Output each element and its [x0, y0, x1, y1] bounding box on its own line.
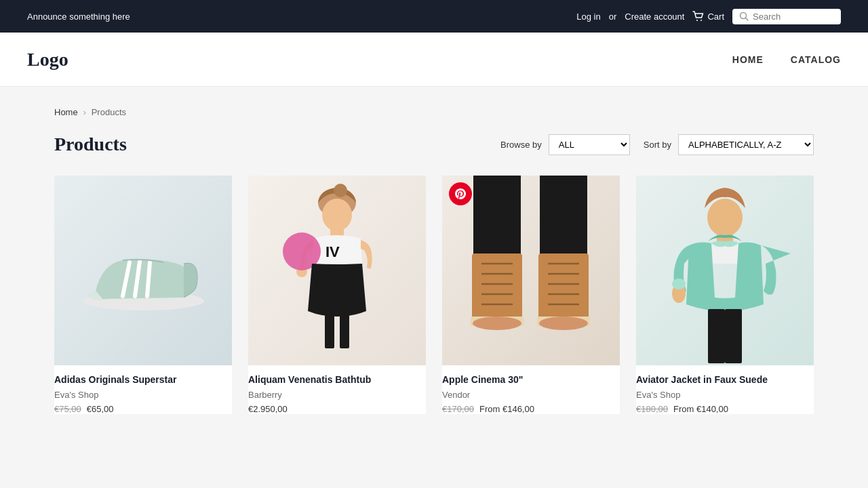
product-image-2: IV [248, 176, 426, 365]
product-card-1[interactable]: Adidas Originals Superstar Eva's Shop €7… [54, 176, 232, 414]
logo[interactable]: Logo [27, 49, 68, 70]
product-info-2: Aliquam Venenatis Bathtub Barberry €2.95… [248, 365, 426, 414]
product-name-3: Apple Cinema 30" [442, 373, 620, 387]
price-original-4: €180,00 [636, 404, 668, 414]
price-from-3: From €146,00 [479, 404, 534, 414]
sort-by-select[interactable]: ALPHABETICALLY, A-Z ALPHABETICALLY, Z-A … [678, 134, 814, 155]
sort-by-group: Sort by ALPHABETICALLY, A-Z ALPHABETICAL… [644, 134, 814, 155]
create-account-link[interactable]: Create account [625, 12, 684, 22]
product-vendor-1: Eva's Shop [54, 390, 232, 400]
product-vendor-4: Eva's Shop [636, 390, 814, 400]
search-input[interactable] [753, 12, 834, 22]
svg-point-0 [696, 20, 698, 21]
cart-button[interactable]: Cart [692, 11, 724, 22]
header: Logo HOME CATALOG [0, 33, 868, 87]
svg-point-32 [707, 199, 743, 237]
browse-by-label: Browse by [500, 140, 542, 150]
svg-line-3 [746, 18, 749, 21]
search-box[interactable] [732, 9, 841, 24]
breadcrumb-current: Products [92, 107, 126, 117]
svg-point-1 [701, 20, 702, 21]
person-illustration: IV [252, 176, 422, 365]
price-from-4: From €140,00 [673, 404, 728, 414]
product-info-1: Adidas Originals Superstar Eva's Shop €7… [54, 365, 232, 414]
main-nav: HOME CATALOG [732, 54, 841, 65]
svg-point-7 [322, 199, 352, 231]
product-price-3: €170,00 From €146,00 [442, 404, 620, 414]
product-info-4: Aviator Jacket in Faux Suede Eva's Shop … [636, 365, 814, 414]
product-image-3 [442, 176, 620, 365]
breadcrumb-chevron-icon: › [83, 108, 86, 117]
product-card-3[interactable]: Apple Cinema 30" Vendor €170,00 From €14… [442, 176, 620, 414]
svg-point-31 [539, 317, 588, 330]
or-separator: or [609, 12, 617, 22]
main-content: Home › Products Products Browse by ALL S… [27, 87, 841, 434]
product-name-1: Adidas Originals Superstar [54, 373, 232, 387]
pinterest-badge [449, 182, 472, 205]
svg-rect-13 [340, 314, 349, 348]
shoe-illustration [62, 223, 224, 318]
svg-point-38 [672, 279, 686, 289]
browse-by-select[interactable]: ALL [549, 134, 630, 155]
product-vendor-3: Vendor [442, 390, 620, 400]
login-link[interactable]: Log in [576, 12, 600, 22]
product-info-3: Apple Cinema 30" Vendor €170,00 From €14… [442, 365, 620, 414]
svg-rect-36 [708, 309, 725, 363]
cart-icon [692, 11, 705, 22]
svg-text:IV: IV [326, 243, 340, 260]
price-sale-1: €65,00 [87, 404, 114, 414]
svg-rect-14 [473, 176, 521, 257]
product-image-4 [636, 176, 814, 365]
price-from-2: €2.950,00 [248, 404, 288, 414]
cart-label: Cart [707, 12, 724, 22]
svg-rect-22 [540, 176, 587, 257]
top-bar: Announce something here Log in or Create… [0, 0, 868, 33]
products-title: Products [54, 134, 127, 155]
breadcrumb: Home › Products [54, 107, 814, 117]
product-name-2: Aliquam Venenatis Bathtub [248, 373, 426, 387]
svg-rect-34 [711, 243, 738, 264]
product-card-2[interactable]: IV Aliquam Venenatis Bathtub Barberry [248, 176, 426, 414]
sort-by-label: Sort by [644, 140, 671, 150]
boots-illustration [446, 176, 616, 365]
product-grid: Adidas Originals Superstar Eva's Shop €7… [54, 176, 814, 414]
top-bar-right: Log in or Create account Cart [576, 9, 841, 24]
nav-home[interactable]: HOME [732, 54, 764, 65]
browse-by-group: Browse by ALL [500, 134, 630, 155]
search-icon [739, 12, 749, 21]
filter-row: Browse by ALL Sort by ALPHABETICALLY, A-… [500, 134, 814, 155]
products-header: Products Browse by ALL Sort by ALPHABETI… [54, 134, 814, 155]
nav-catalog[interactable]: CATALOG [791, 54, 841, 65]
product-image-1 [54, 176, 232, 365]
svg-rect-12 [325, 314, 334, 348]
price-original-1: €75,00 [54, 404, 81, 414]
product-price-4: €180,00 From €140,00 [636, 404, 814, 414]
pinterest-icon [455, 188, 466, 199]
price-original-3: €170,00 [442, 404, 474, 414]
product-price-1: €75,00 €65,00 [54, 404, 232, 414]
svg-point-6 [334, 184, 347, 197]
jacket-illustration [640, 176, 810, 365]
product-vendor-2: Barberry [248, 390, 426, 400]
svg-point-30 [473, 317, 521, 330]
announcement-text: Announce something here [27, 12, 130, 22]
breadcrumb-home[interactable]: Home [54, 107, 78, 117]
product-price-2: €2.950,00 [248, 404, 426, 414]
product-name-4: Aviator Jacket in Faux Suede [636, 373, 814, 387]
svg-rect-37 [725, 309, 742, 363]
product-card-4[interactable]: Aviator Jacket in Faux Suede Eva's Shop … [636, 176, 814, 414]
